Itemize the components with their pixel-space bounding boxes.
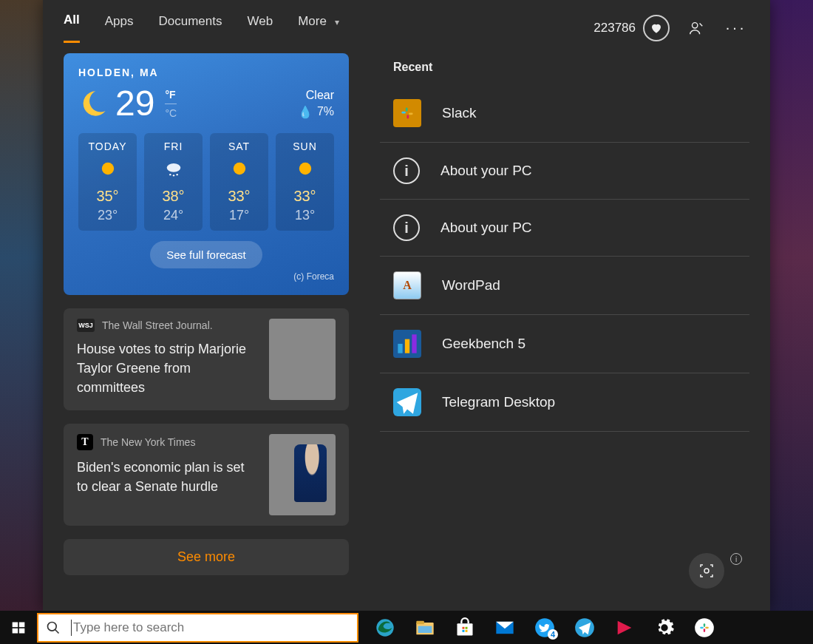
taskbar-app-slack[interactable] xyxy=(685,611,724,644)
wallpaper-left xyxy=(0,0,43,644)
svg-rect-12 xyxy=(398,344,402,353)
forecast-row: TODAY35°23°FRI38°24°SAT33°17°SUN33°13° xyxy=(78,133,334,231)
wallpaper-right xyxy=(770,0,813,644)
svg-point-6 xyxy=(233,163,245,174)
info-icon[interactable]: i xyxy=(730,553,742,565)
search-input[interactable] xyxy=(73,620,350,635)
weather-condition: Clear xyxy=(298,89,334,102)
unit-c[interactable]: °C xyxy=(165,107,177,119)
svg-rect-28 xyxy=(466,626,468,628)
taskbar-app-edge[interactable] xyxy=(366,611,404,644)
screenshot-search-button[interactable] xyxy=(689,553,724,589)
tab-apps[interactable]: Apps xyxy=(105,14,134,42)
start-button[interactable] xyxy=(0,611,37,644)
rewards-points[interactable]: 223786 xyxy=(593,15,670,41)
taskbar-app-settings[interactable] xyxy=(645,611,684,644)
recent-item-label: Telegram Desktop xyxy=(442,394,555,410)
forecast-day-3[interactable]: SUN33°13° xyxy=(276,133,334,231)
svg-line-21 xyxy=(55,629,59,633)
weather-precip: 7% xyxy=(317,105,334,118)
recent-item-3[interactable]: AWordPad xyxy=(380,257,749,315)
svg-rect-13 xyxy=(405,339,409,353)
taskbar-app-store[interactable] xyxy=(446,611,484,644)
taskbar-app-telegram[interactable] xyxy=(565,611,604,644)
recent-item-1[interactable]: iAbout your PC xyxy=(380,143,749,200)
recent-item-2[interactable]: iAbout your PC xyxy=(380,200,749,257)
unit-f[interactable]: °F xyxy=(165,89,177,101)
recent-item-label: About your PC xyxy=(440,163,532,179)
taskbar-app-mail[interactable] xyxy=(486,611,524,644)
svg-point-5 xyxy=(176,174,177,175)
recent-item-label: Geekbench 5 xyxy=(442,336,525,352)
svg-rect-37 xyxy=(704,623,705,627)
news-0-source: The Wall Street Journal. xyxy=(102,319,213,331)
svg-point-34 xyxy=(695,618,714,637)
svg-rect-38 xyxy=(704,628,705,632)
recent-item-0[interactable]: Slack xyxy=(380,84,749,143)
recent-item-label: WordPad xyxy=(442,277,500,294)
news-1-headline: Biden's economic plan is set to clear a … xyxy=(77,458,256,496)
recent-item-4[interactable]: Geekbench 5 xyxy=(380,315,749,373)
chevron-down-icon: ▾ xyxy=(335,17,339,27)
svg-rect-35 xyxy=(700,626,704,628)
recent-item-label: About your PC xyxy=(440,220,532,236)
weather-credit: (c) Foreca xyxy=(78,271,334,282)
svg-point-0 xyxy=(693,22,698,27)
news-0-badge: WSJ xyxy=(77,319,95,332)
account-button[interactable] xyxy=(683,15,710,41)
svg-point-1 xyxy=(101,163,113,174)
news-0-headline: House votes to strip Marjorie Taylor Gre… xyxy=(77,339,256,397)
svg-rect-14 xyxy=(412,334,416,353)
wordpad-icon: A xyxy=(393,271,421,299)
svg-rect-26 xyxy=(457,623,473,635)
search-flyout-panel: All Apps Documents Web More ▾ 223786 ···… xyxy=(43,0,770,611)
taskbar-app-twitter[interactable]: 4 xyxy=(525,611,564,644)
news-1-thumb xyxy=(269,434,336,515)
svg-rect-9 xyxy=(409,112,412,115)
svg-point-15 xyxy=(704,569,709,573)
svg-rect-30 xyxy=(466,629,468,631)
svg-point-7 xyxy=(299,163,310,174)
svg-point-3 xyxy=(169,174,171,175)
tab-more[interactable]: More ▾ xyxy=(298,14,339,42)
info-icon: i xyxy=(393,214,420,241)
forecast-day-1[interactable]: FRI38°24° xyxy=(144,133,203,231)
info-icon: i xyxy=(393,157,420,184)
more-options-button[interactable]: ··· xyxy=(723,15,749,41)
filter-tabs: All Apps Documents Web More ▾ 223786 ··· xyxy=(43,0,770,46)
taskbar: 4 xyxy=(0,611,813,644)
forecast-day-2[interactable]: SAT33°17° xyxy=(210,133,268,231)
recent-item-label: Slack xyxy=(442,105,476,121)
see-forecast-button[interactable]: See full forecast xyxy=(150,241,262,268)
news-card-0[interactable]: WSJThe Wall Street Journal. House votes … xyxy=(64,308,349,410)
recent-list: SlackiAbout your PCiAbout your PCAWordPa… xyxy=(380,84,749,432)
svg-point-2 xyxy=(166,163,180,172)
tab-more-label: More xyxy=(298,14,327,28)
taskbar-app-media[interactable] xyxy=(605,611,644,644)
recent-title: Recent xyxy=(393,61,749,74)
slack-icon xyxy=(393,99,421,127)
svg-rect-11 xyxy=(406,115,409,118)
rewards-count: 223786 xyxy=(593,21,636,35)
recent-item-5[interactable]: Telegram Desktop xyxy=(380,373,749,432)
taskbar-search[interactable] xyxy=(37,613,358,643)
svg-rect-25 xyxy=(418,626,432,632)
svg-rect-29 xyxy=(463,629,465,631)
weather-temp: 29 xyxy=(115,86,154,121)
news-0-thumb xyxy=(269,319,336,400)
geekbench-icon xyxy=(393,330,421,358)
forecast-day-0[interactable]: TODAY35°23° xyxy=(78,133,137,231)
tab-documents[interactable]: Documents xyxy=(158,14,222,42)
news-card-1[interactable]: TThe New York Times Biden's economic pla… xyxy=(64,424,349,526)
heart-icon xyxy=(643,15,670,41)
tab-web[interactable]: Web xyxy=(247,14,273,42)
svg-rect-16 xyxy=(13,622,18,627)
see-more-button[interactable]: See more xyxy=(64,539,349,575)
svg-point-4 xyxy=(172,174,174,176)
svg-rect-36 xyxy=(705,626,709,628)
tab-all[interactable]: All xyxy=(64,13,80,43)
svg-rect-24 xyxy=(416,620,424,624)
weather-card[interactable]: HOLDEN, MA 29 °F °C Clear 💧7% xyxy=(64,53,349,295)
text-cursor xyxy=(71,620,72,636)
taskbar-app-explorer[interactable] xyxy=(406,611,444,644)
